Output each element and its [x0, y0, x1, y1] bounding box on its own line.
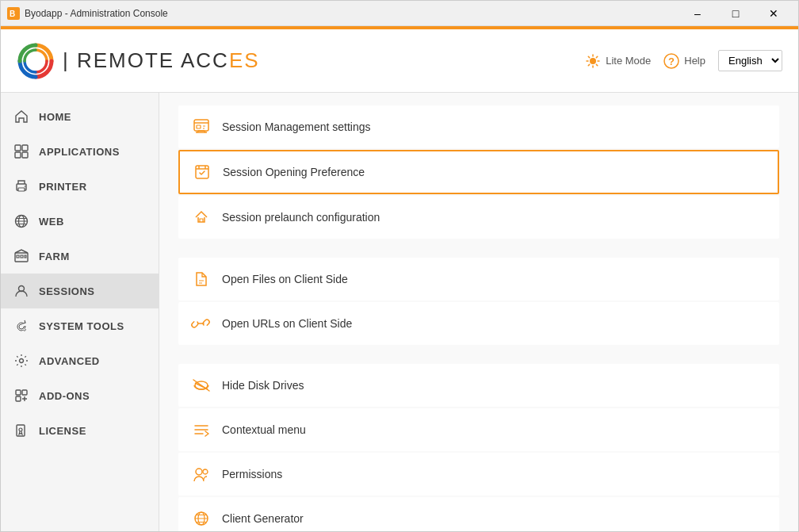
svg-rect-11	[18, 188, 25, 191]
sessions-icon	[13, 283, 29, 299]
contextual-menu-item[interactable]: Contextual menu	[178, 408, 779, 451]
session-section-2: Open Files on Client Side Open URLs on C…	[178, 258, 779, 345]
svg-rect-17	[21, 255, 23, 258]
sidebar-item-license[interactable]: LICENSE	[1, 413, 159, 448]
sidebar-label-printer: PRINTER	[39, 181, 87, 193]
svg-rect-23	[16, 396, 21, 401]
minimize-button[interactable]: –	[679, 1, 716, 26]
svg-rect-8	[15, 152, 21, 158]
maximize-button[interactable]: □	[717, 1, 754, 26]
hide-disk-item[interactable]: Hide Disk Drives	[178, 364, 779, 407]
open-urls-label: Open URLs on Client Side	[222, 317, 352, 330]
sidebar-label-system-tools: SYSTEM TOOLS	[39, 320, 124, 332]
help-label: Help	[684, 55, 705, 67]
open-files-icon	[192, 270, 211, 289]
svg-point-3	[590, 58, 596, 64]
web-icon	[13, 213, 29, 229]
lite-mode-button[interactable]: Lite Mode	[585, 53, 651, 69]
svg-rect-9	[22, 152, 28, 158]
open-urls-icon	[192, 314, 211, 333]
logo-icon	[17, 42, 55, 80]
session-prelaunch-item[interactable]: Session prelaunch configuration	[178, 196, 779, 239]
session-opening-label: Session Opening Preference	[223, 166, 365, 178]
svg-rect-28	[196, 166, 208, 178]
open-files-label: Open Files on Client Side	[222, 273, 348, 285]
sidebar-item-printer[interactable]: PRINTER	[1, 169, 159, 204]
hide-disk-icon	[192, 376, 211, 395]
svg-point-20	[20, 359, 24, 363]
sidebar-label-add-ons: ADD-ONS	[39, 390, 90, 402]
divider-2	[178, 351, 779, 364]
session-prelaunch-icon	[192, 208, 211, 227]
printer-icon	[13, 178, 29, 194]
language-select[interactable]: English	[718, 50, 782, 71]
sidebar-item-sessions[interactable]: SESSIONS	[1, 274, 159, 308]
open-files-item[interactable]: Open Files on Client Side	[178, 258, 779, 300]
svg-rect-18	[25, 255, 26, 258]
svg-rect-16	[17, 255, 19, 258]
sidebar-item-add-ons[interactable]: ADD-ONS	[1, 378, 159, 413]
client-generator-item[interactable]: Client Generator	[178, 497, 779, 532]
svg-point-30	[196, 469, 202, 475]
sidebar-item-web[interactable]: WEB	[1, 204, 159, 239]
session-management-label: Session Management settings	[222, 121, 371, 133]
sidebar: HOME APPLICATIONS	[1, 93, 159, 532]
svg-text:?: ?	[668, 55, 675, 67]
svg-rect-22	[22, 390, 27, 395]
session-section-1: Session Management settings Session Open…	[178, 105, 779, 239]
permissions-item[interactable]: Permissions	[178, 453, 779, 496]
sidebar-item-system-tools[interactable]: SYSTEM TOOLS	[1, 308, 159, 343]
lite-mode-icon	[585, 53, 601, 69]
svg-point-31	[203, 469, 208, 474]
sidebar-item-applications[interactable]: APPLICATIONS	[1, 134, 159, 169]
title-bar: B Byodapp - Administration Console – □ ✕	[1, 1, 798, 26]
sidebar-label-advanced: ADVANCED	[39, 355, 100, 367]
close-button[interactable]: ✕	[755, 1, 792, 26]
svg-rect-27	[197, 125, 201, 128]
header: | REMOTE ACCES Lite Mode ? Help English	[1, 29, 798, 93]
help-icon: ?	[663, 53, 679, 69]
svg-text:B: B	[10, 10, 15, 18]
app-icon: B	[7, 7, 20, 20]
applications-icon	[13, 144, 29, 159]
session-opening-item[interactable]: Session Opening Preference	[178, 150, 779, 194]
svg-point-25	[19, 428, 22, 431]
help-button[interactable]: ? Help	[663, 53, 705, 69]
svg-rect-21	[16, 390, 21, 395]
main-layout: HOME APPLICATIONS	[1, 93, 798, 532]
session-prelaunch-label: Session prelaunch configuration	[222, 211, 380, 224]
sidebar-label-applications: APPLICATIONS	[39, 146, 120, 158]
contextual-menu-label: Contextual menu	[222, 423, 306, 436]
permissions-label: Permissions	[222, 468, 282, 480]
system-tools-icon	[13, 318, 29, 334]
session-opening-icon	[193, 163, 212, 182]
sidebar-label-license: LICENSE	[39, 425, 86, 437]
addons-icon	[13, 388, 29, 404]
sidebar-item-farm[interactable]: FARM	[1, 239, 159, 274]
sidebar-item-home[interactable]: HOME	[1, 99, 159, 134]
farm-icon	[13, 248, 29, 264]
sidebar-label-web: WEB	[39, 216, 64, 228]
session-management-item[interactable]: Session Management settings	[178, 105, 779, 148]
svg-rect-24	[17, 425, 25, 436]
svg-rect-7	[22, 145, 28, 151]
client-generator-label: Client Generator	[222, 512, 304, 525]
open-urls-item[interactable]: Open URLs on Client Side	[178, 302, 779, 345]
client-generator-icon	[192, 509, 211, 528]
sidebar-item-advanced[interactable]: ADVANCED	[1, 343, 159, 378]
home-icon	[13, 109, 29, 124]
advanced-icon	[13, 353, 29, 369]
license-icon	[13, 423, 29, 438]
session-section-3: Hide Disk Drives Contextual menu	[178, 364, 779, 532]
permissions-icon	[192, 465, 211, 484]
logo-area: | REMOTE ACCES	[17, 42, 585, 80]
svg-point-12	[25, 186, 26, 187]
contextual-menu-icon	[192, 420, 211, 439]
logo-text: | REMOTE ACCES	[63, 48, 260, 73]
svg-rect-6	[15, 145, 21, 151]
window-controls: – □ ✕	[679, 1, 792, 26]
sidebar-label-farm: FARM	[39, 251, 70, 262]
sidebar-label-sessions: SESSIONS	[39, 285, 94, 297]
window-title: Byodapp - Administration Console	[25, 8, 679, 19]
session-mgmt-icon	[192, 117, 211, 136]
